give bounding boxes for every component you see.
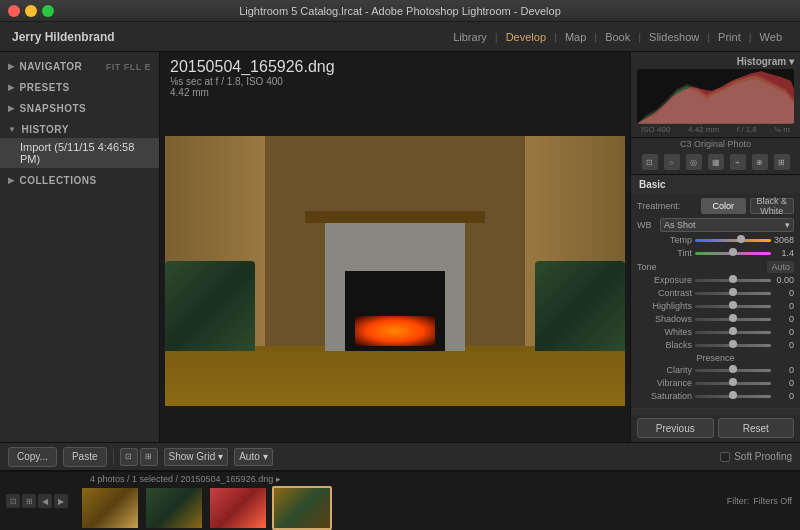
clarity-value: 0 (774, 365, 794, 375)
tone-auto[interactable]: Auto (767, 261, 794, 273)
highlights-slider[interactable] (695, 305, 771, 308)
basic-header[interactable]: Basic (631, 175, 800, 194)
module-nav: Library | Develop | Map | Book | Slidesh… (447, 29, 788, 45)
vibrance-slider[interactable] (695, 382, 771, 385)
exposure-slider[interactable] (695, 279, 771, 282)
module-map[interactable]: Map (559, 29, 592, 45)
previous-button[interactable]: Previous (637, 418, 714, 438)
scene-floor (165, 346, 625, 406)
histogram-label[interactable]: Histogram ▾ (637, 56, 794, 67)
temp-thumb[interactable] (737, 235, 745, 243)
navbar: Jerry Hildenbrand Library | Develop | Ma… (0, 22, 800, 52)
wb-label: WB (637, 220, 657, 230)
highlights-row: Highlights 0 (637, 301, 794, 311)
main-layout: ▶ Navigator FIT FLL E ▶ Presets ▶ Snapsh… (0, 52, 800, 442)
filmstrip-grid[interactable]: ⊞ (22, 494, 36, 508)
saturation-slider[interactable] (695, 395, 771, 398)
maximize-button[interactable] (42, 5, 54, 17)
filmstrip-prev[interactable]: ◀ (38, 494, 52, 508)
filmstrip-toggle[interactable]: ⊡ (6, 494, 20, 508)
snapshots-header[interactable]: ▶ Snapshots (0, 100, 159, 117)
histogram-section: Histogram ▾ ISO 400 4.42 mm (631, 52, 800, 138)
thumb-2[interactable] (144, 486, 204, 530)
photo-image (165, 136, 625, 406)
history-item[interactable]: Import (5/11/15 4:46:58 PM) (0, 138, 159, 168)
photo-info: 20150504_165926.dng ⅛s sec at f / 1.8, I… (160, 52, 630, 100)
blacks-slider[interactable] (695, 344, 771, 347)
redeye-tool[interactable]: ◎ (686, 154, 702, 170)
tint-value: 1.4 (774, 248, 794, 258)
filmstrip-controls: ⊡ ⊞ ◀ ▶ (6, 494, 68, 508)
tint-thumb[interactable] (729, 248, 737, 256)
navigator-header[interactable]: ▶ Navigator FIT FLL E (0, 58, 159, 75)
presence-label: Presence (637, 353, 794, 363)
shadows-label: Shadows (637, 314, 692, 324)
focal-label: 4.42 mm (688, 125, 719, 134)
module-library[interactable]: Library (447, 29, 493, 45)
highlights-thumb[interactable] (729, 301, 737, 309)
blacks-thumb[interactable] (729, 340, 737, 348)
reset-button[interactable]: Reset (718, 418, 795, 438)
soft-proof-checkbox[interactable] (720, 452, 730, 462)
crop-tool[interactable]: ⊡ (642, 154, 658, 170)
loupe-icon[interactable]: ⊡ (120, 448, 138, 466)
thumb-3[interactable] (208, 486, 268, 530)
paste-button[interactable]: Paste (63, 447, 107, 467)
clarity-thumb[interactable] (729, 365, 737, 373)
auto-dropdown[interactable]: Auto ▾ (234, 448, 273, 466)
contrast-thumb[interactable] (729, 288, 737, 296)
gradient-tool[interactable]: ▦ (708, 154, 724, 170)
navigator-section: ▶ Navigator FIT FLL E (0, 56, 159, 77)
clarity-slider[interactable] (695, 369, 771, 372)
chevron-down-icon2: ▾ (263, 451, 268, 462)
bw-button[interactable]: Black & White (750, 198, 795, 214)
history-header[interactable]: ▼ History (0, 121, 159, 138)
collections-header[interactable]: ▶ Collections (0, 172, 159, 189)
exposure-thumb[interactable] (729, 275, 737, 283)
shadows-thumb[interactable] (729, 314, 737, 322)
module-slideshow[interactable]: Slideshow (643, 29, 705, 45)
grid-icon[interactable]: ⊞ (140, 448, 158, 466)
zoom-tool[interactable]: ⊞ (774, 154, 790, 170)
module-print[interactable]: Print (712, 29, 747, 45)
right-panel: Histogram ▾ ISO 400 4.42 mm (630, 52, 800, 442)
titlebar: Lightroom 5 Catalog.lrcat - Adobe Photos… (0, 0, 800, 22)
presets-header[interactable]: ▶ Presets (0, 79, 159, 96)
filmstrip-next[interactable]: ▶ (54, 494, 68, 508)
show-grid-dropdown[interactable]: Show Grid ▾ (164, 448, 229, 466)
module-web[interactable]: Web (754, 29, 788, 45)
spot-tool[interactable]: ○ (664, 154, 680, 170)
minimize-button[interactable] (25, 5, 37, 17)
soft-proofing-label: Soft Proofing (734, 451, 792, 462)
module-book[interactable]: Book (599, 29, 636, 45)
history-tool[interactable]: ⊕ (752, 154, 768, 170)
brush-tool[interactable]: ⌁ (730, 154, 746, 170)
saturation-thumb[interactable] (729, 391, 737, 399)
photo-canvas[interactable] (160, 100, 630, 442)
filter-value[interactable]: Filters Off (753, 496, 792, 506)
whites-slider[interactable] (695, 331, 771, 334)
tool-icons-row: ⊡ ○ ◎ ▦ ⌁ ⊕ ⊞ (631, 150, 800, 175)
nav-buttons: Previous Reset (631, 413, 800, 442)
thumb-1[interactable] (80, 486, 140, 530)
tint-slider[interactable] (695, 252, 771, 255)
close-button[interactable] (8, 5, 20, 17)
wb-select[interactable]: As Shot ▾ (660, 218, 794, 232)
snapshots-section: ▶ Snapshots (0, 98, 159, 119)
whites-thumb[interactable] (729, 327, 737, 335)
vibrance-thumb[interactable] (729, 378, 737, 386)
tone-header: Tone Auto (637, 261, 794, 273)
clarity-row: Clarity 0 (637, 365, 794, 375)
vibrance-label: Vibrance (637, 378, 692, 388)
contrast-slider[interactable] (695, 292, 771, 295)
treatment-row: Treatment: Color Black & White (637, 198, 794, 214)
color-button[interactable]: Color (701, 198, 746, 214)
photo-focal: 4.42 mm (170, 87, 620, 98)
shadows-slider[interactable] (695, 318, 771, 321)
module-develop[interactable]: Develop (500, 29, 552, 45)
saturation-label: Saturation (637, 391, 692, 401)
thumb-4[interactable] (272, 486, 332, 530)
temp-slider[interactable] (695, 239, 771, 242)
copy-button[interactable]: Copy... (8, 447, 57, 467)
blacks-value: 0 (774, 340, 794, 350)
